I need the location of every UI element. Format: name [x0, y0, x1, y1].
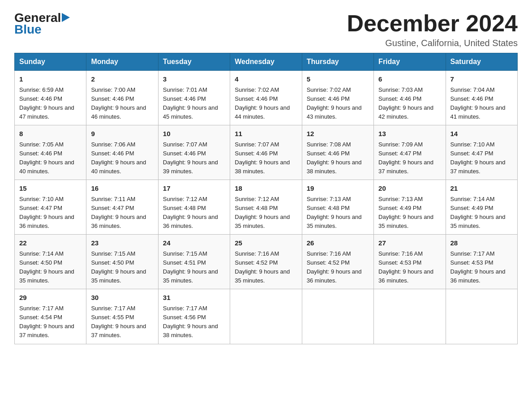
day-info: Sunrise: 7:17 AMSunset: 4:55 PMDaylight:… — [91, 304, 153, 340]
day-info: Sunrise: 7:07 AMSunset: 4:46 PMDaylight:… — [235, 140, 297, 176]
calendar-cell — [374, 289, 446, 344]
calendar-cell: 15Sunrise: 7:10 AMSunset: 4:47 PMDayligh… — [15, 180, 86, 235]
calendar-cell: 7Sunrise: 7:04 AMSunset: 4:46 PMDaylight… — [446, 71, 517, 125]
calendar-cell: 22Sunrise: 7:14 AMSunset: 4:50 PMDayligh… — [15, 235, 86, 289]
day-info: Sunrise: 7:06 AMSunset: 4:46 PMDaylight:… — [91, 140, 153, 176]
calendar-cell — [230, 289, 302, 344]
day-info: Sunrise: 7:16 AMSunset: 4:52 PMDaylight:… — [307, 249, 369, 286]
day-info: Sunrise: 7:03 AMSunset: 4:46 PMDaylight:… — [378, 86, 441, 122]
day-info: Sunrise: 7:14 AMSunset: 4:49 PMDaylight:… — [450, 195, 513, 231]
logo-area: General Blue — [14, 11, 70, 36]
day-info: Sunrise: 6:59 AMSunset: 4:46 PMDaylight:… — [19, 86, 82, 122]
day-info: Sunrise: 7:12 AMSunset: 4:48 PMDaylight:… — [163, 195, 225, 231]
day-number: 1 — [19, 74, 82, 85]
day-of-week-header: Friday — [374, 53, 446, 71]
day-number: 27 — [378, 238, 441, 248]
day-number: 13 — [378, 129, 441, 139]
calendar-cell: 8Sunrise: 7:05 AMSunset: 4:46 PMDaylight… — [15, 125, 86, 180]
day-info: Sunrise: 7:17 AMSunset: 4:54 PMDaylight:… — [19, 304, 82, 340]
day-number: 9 — [91, 129, 153, 139]
day-info: Sunrise: 7:09 AMSunset: 4:47 PMDaylight:… — [378, 140, 441, 176]
day-of-week-header: Saturday — [446, 53, 517, 71]
day-info: Sunrise: 7:15 AMSunset: 4:50 PMDaylight:… — [91, 249, 153, 286]
calendar-cell: 6Sunrise: 7:03 AMSunset: 4:46 PMDaylight… — [374, 71, 446, 125]
day-info: Sunrise: 7:10 AMSunset: 4:47 PMDaylight:… — [450, 140, 513, 176]
day-info: Sunrise: 7:00 AMSunset: 4:46 PMDaylight:… — [91, 86, 153, 122]
calendar-cell: 30Sunrise: 7:17 AMSunset: 4:55 PMDayligh… — [86, 289, 158, 344]
calendar-cell: 27Sunrise: 7:16 AMSunset: 4:53 PMDayligh… — [374, 235, 446, 289]
calendar-cell: 31Sunrise: 7:17 AMSunset: 4:56 PMDayligh… — [158, 289, 230, 344]
calendar-cell: 25Sunrise: 7:16 AMSunset: 4:52 PMDayligh… — [230, 235, 302, 289]
calendar-cell: 24Sunrise: 7:15 AMSunset: 4:51 PMDayligh… — [158, 235, 230, 289]
day-number: 28 — [450, 238, 513, 248]
day-info: Sunrise: 7:04 AMSunset: 4:46 PMDaylight:… — [450, 86, 513, 122]
day-number: 31 — [163, 293, 225, 303]
day-info: Sunrise: 7:02 AMSunset: 4:46 PMDaylight:… — [235, 86, 297, 122]
day-info: Sunrise: 7:02 AMSunset: 4:46 PMDaylight:… — [307, 86, 369, 122]
day-number: 25 — [235, 238, 297, 248]
logo-blue-text: Blue — [14, 23, 42, 36]
calendar-cell: 11Sunrise: 7:07 AMSunset: 4:46 PMDayligh… — [230, 125, 302, 180]
calendar-cell: 19Sunrise: 7:13 AMSunset: 4:48 PMDayligh… — [302, 180, 373, 235]
calendar-week-row: 15Sunrise: 7:10 AMSunset: 4:47 PMDayligh… — [15, 180, 518, 235]
calendar-week-row: 29Sunrise: 7:17 AMSunset: 4:54 PMDayligh… — [15, 289, 518, 344]
day-info: Sunrise: 7:17 AMSunset: 4:56 PMDaylight:… — [163, 304, 225, 340]
day-info: Sunrise: 7:01 AMSunset: 4:46 PMDaylight:… — [163, 86, 225, 122]
calendar-cell: 3Sunrise: 7:01 AMSunset: 4:46 PMDaylight… — [158, 71, 230, 125]
day-info: Sunrise: 7:16 AMSunset: 4:52 PMDaylight:… — [235, 249, 297, 286]
calendar-cell: 5Sunrise: 7:02 AMSunset: 4:46 PMDaylight… — [302, 71, 373, 125]
day-info: Sunrise: 7:13 AMSunset: 4:49 PMDaylight:… — [378, 195, 441, 231]
calendar-cell: 2Sunrise: 7:00 AMSunset: 4:46 PMDaylight… — [86, 71, 158, 125]
day-number: 22 — [19, 238, 82, 248]
day-info: Sunrise: 7:15 AMSunset: 4:51 PMDaylight:… — [163, 249, 225, 286]
calendar-cell: 14Sunrise: 7:10 AMSunset: 4:47 PMDayligh… — [446, 125, 517, 180]
day-number: 12 — [307, 129, 369, 139]
day-number: 10 — [163, 129, 225, 139]
calendar-cell: 29Sunrise: 7:17 AMSunset: 4:54 PMDayligh… — [15, 289, 86, 344]
day-number: 30 — [91, 293, 153, 303]
day-number: 20 — [378, 184, 441, 194]
day-number: 3 — [163, 74, 225, 85]
day-number: 29 — [19, 293, 82, 303]
calendar-cell: 1Sunrise: 6:59 AMSunset: 4:46 PMDaylight… — [15, 71, 86, 125]
location-subtitle: Gustine, California, United States — [347, 38, 518, 48]
calendar-cell: 23Sunrise: 7:15 AMSunset: 4:50 PMDayligh… — [86, 235, 158, 289]
calendar-cell: 13Sunrise: 7:09 AMSunset: 4:47 PMDayligh… — [374, 125, 446, 180]
day-number: 16 — [91, 184, 153, 194]
day-of-week-header: Sunday — [15, 53, 86, 71]
day-info: Sunrise: 7:10 AMSunset: 4:47 PMDaylight:… — [19, 195, 82, 231]
title-area: December 2024 Gustine, California, Unite… — [347, 11, 518, 48]
calendar-cell — [446, 289, 517, 344]
day-number: 2 — [91, 74, 153, 85]
calendar-table: SundayMondayTuesdayWednesdayThursdayFrid… — [14, 53, 518, 344]
calendar-cell: 21Sunrise: 7:14 AMSunset: 4:49 PMDayligh… — [446, 180, 517, 235]
calendar-header-row: SundayMondayTuesdayWednesdayThursdayFrid… — [15, 53, 518, 71]
calendar-week-row: 22Sunrise: 7:14 AMSunset: 4:50 PMDayligh… — [15, 235, 518, 289]
calendar-cell: 20Sunrise: 7:13 AMSunset: 4:49 PMDayligh… — [374, 180, 446, 235]
day-number: 24 — [163, 238, 225, 248]
day-number: 21 — [450, 184, 513, 194]
day-info: Sunrise: 7:05 AMSunset: 4:46 PMDaylight:… — [19, 140, 82, 176]
calendar-week-row: 8Sunrise: 7:05 AMSunset: 4:46 PMDaylight… — [15, 125, 518, 180]
calendar-cell: 26Sunrise: 7:16 AMSunset: 4:52 PMDayligh… — [302, 235, 373, 289]
day-number: 4 — [235, 74, 297, 85]
day-number: 18 — [235, 184, 297, 194]
day-number: 11 — [235, 129, 297, 139]
day-of-week-header: Wednesday — [230, 53, 302, 71]
calendar-cell: 28Sunrise: 7:17 AMSunset: 4:53 PMDayligh… — [446, 235, 517, 289]
day-info: Sunrise: 7:12 AMSunset: 4:48 PMDaylight:… — [235, 195, 297, 231]
day-number: 6 — [378, 74, 441, 85]
day-number: 7 — [450, 74, 513, 85]
day-info: Sunrise: 7:13 AMSunset: 4:48 PMDaylight:… — [307, 195, 369, 231]
svg-marker-0 — [62, 13, 70, 22]
day-number: 19 — [307, 184, 369, 194]
page-header: General Blue December 2024 Gustine, Cali… — [14, 11, 518, 48]
day-info: Sunrise: 7:16 AMSunset: 4:53 PMDaylight:… — [378, 249, 441, 286]
day-number: 23 — [91, 238, 153, 248]
day-of-week-header: Thursday — [302, 53, 373, 71]
calendar-cell: 9Sunrise: 7:06 AMSunset: 4:46 PMDaylight… — [86, 125, 158, 180]
day-info: Sunrise: 7:17 AMSunset: 4:53 PMDaylight:… — [450, 249, 513, 286]
calendar-cell: 18Sunrise: 7:12 AMSunset: 4:48 PMDayligh… — [230, 180, 302, 235]
day-info: Sunrise: 7:14 AMSunset: 4:50 PMDaylight:… — [19, 249, 82, 286]
logo-arrow-icon — [62, 13, 70, 23]
